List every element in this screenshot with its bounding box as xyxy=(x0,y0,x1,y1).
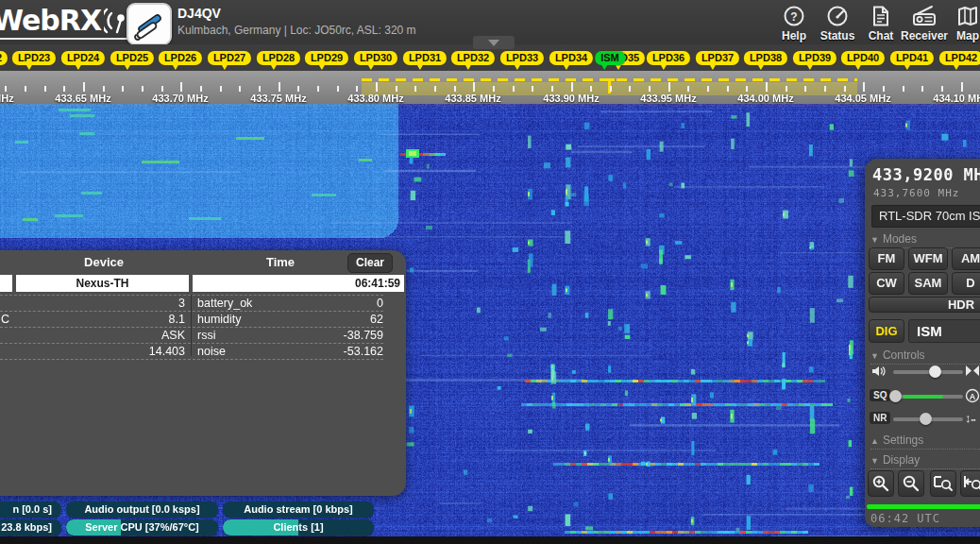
column-divider xyxy=(191,295,192,356)
zoom-full-band-button[interactable] xyxy=(960,470,980,497)
openwebrx-app: WebRX DJ4QV Kulmbach, Germany | Loc: JO5… xyxy=(0,0,980,544)
bookmark-lpd23[interactable]: LPD23 xyxy=(12,51,56,65)
scale-tick xyxy=(44,86,46,92)
scale-tick xyxy=(687,86,689,92)
status-chip-row1-1: Audio output [0.0 ksps] xyxy=(66,502,218,518)
bookmark-lpd39[interactable]: LPD39 xyxy=(793,51,836,65)
bookmark-lpd36[interactable]: LPD36 xyxy=(647,51,690,65)
tuned-frequency-display[interactable]: 433,9200 MHz xyxy=(872,165,980,184)
scale-tick xyxy=(786,86,787,92)
bookmark-label: LPD22 xyxy=(0,52,2,63)
nav-label: Map xyxy=(956,29,979,42)
bookmark-label: LPD27 xyxy=(213,52,245,63)
mute-icon[interactable] xyxy=(965,364,980,382)
volume-slider[interactable] xyxy=(893,370,963,374)
auto-squelch-icon[interactable]: A xyxy=(965,388,980,407)
section-controls[interactable]: ▼Controls xyxy=(870,348,980,365)
bookmark-lpd27[interactable]: LPD27 xyxy=(208,51,251,65)
chevron-down-icon: ▼ xyxy=(870,351,879,361)
nav-help[interactable]: ?Help xyxy=(772,4,816,42)
bookmark-lpd22[interactable]: LPD22 xyxy=(0,51,8,65)
scale-tick xyxy=(824,86,826,92)
bookmark-tail xyxy=(417,65,423,70)
mode-button-am[interactable]: AM xyxy=(952,247,980,270)
zoom-out-button[interactable] xyxy=(898,470,924,497)
scale-tick xyxy=(259,86,261,92)
bookmark-lpd25[interactable]: LPD25 xyxy=(110,51,154,65)
speaker-icon[interactable] xyxy=(870,364,886,382)
status-icon xyxy=(826,4,849,28)
key-name: noise xyxy=(197,344,226,359)
section-display[interactable]: ▼Display xyxy=(870,453,980,469)
mode-button-cw[interactable]: CW xyxy=(869,272,904,295)
bookmark-label: LPD36 xyxy=(652,52,684,63)
scale-frequency-label: 433.85 MHz xyxy=(445,93,500,104)
mode-button-d[interactable]: D xyxy=(952,272,980,295)
bookmark-label: LPD42 xyxy=(945,52,977,63)
bookmark-ism[interactable]: ISM xyxy=(595,51,625,65)
scale-tick xyxy=(532,86,533,92)
mode-button-fm[interactable]: FM xyxy=(869,247,904,270)
clear-button[interactable]: Clear xyxy=(347,253,393,273)
nav-chat[interactable]: Chat xyxy=(859,4,903,42)
digital-mode-select[interactable]: ISM xyxy=(908,319,980,343)
status-chip-row1-2: Audio stream [0 kbps] xyxy=(223,502,374,518)
bookmark-lpd30[interactable]: LPD30 xyxy=(354,51,397,65)
scale-tick xyxy=(766,82,768,92)
scale-tick xyxy=(629,86,631,92)
nav-status[interactable]: Status xyxy=(816,4,859,42)
mode-button-sam[interactable]: SAM xyxy=(908,272,948,295)
receiver-icon xyxy=(912,4,937,28)
status-chip-row2-2: Clients [1] xyxy=(223,519,374,536)
nav-map[interactable]: Map xyxy=(946,4,980,42)
noise-level-icon[interactable]: ↕▪▪ xyxy=(965,411,975,425)
bookmark-lpd29[interactable]: LPD29 xyxy=(305,51,348,65)
nav-receiver[interactable]: Receiver xyxy=(903,4,946,42)
scale-frequency-label: 433.65 MHz xyxy=(55,93,110,104)
bookmark-lpd24[interactable]: LPD24 xyxy=(61,51,105,65)
scale-tick xyxy=(239,86,241,92)
mode-button-wfm[interactable]: WFM xyxy=(908,247,948,270)
bookmark-label: LPD25 xyxy=(116,52,148,63)
bookmark-lpd40[interactable]: LPD40 xyxy=(841,51,885,65)
section-settings[interactable]: ▲Settings xyxy=(870,434,980,450)
left-value: 8.1 xyxy=(0,312,185,327)
scale-tick xyxy=(844,86,846,92)
zoom-fit-selection-button[interactable] xyxy=(930,470,956,497)
bookmark-lpd41[interactable]: LPD41 xyxy=(890,51,934,65)
section-modes[interactable]: ▼Modes xyxy=(870,232,980,248)
frequency-scale[interactable]: 433.60 MHz433.65 MHz433.70 MHz433.75 MHz… xyxy=(0,71,980,104)
zoom-in-button[interactable] xyxy=(868,470,894,497)
svg-text:?: ? xyxy=(790,10,797,24)
bookmark-lpd34[interactable]: LPD34 xyxy=(549,51,593,65)
scale-tick xyxy=(571,82,573,92)
signal-level-bar xyxy=(903,395,942,399)
scale-tick xyxy=(921,86,923,92)
scale-tick xyxy=(513,86,515,92)
scale-tick xyxy=(297,86,299,92)
scale-collapse-button[interactable] xyxy=(473,36,515,49)
webrx-logo[interactable]: WebRX xyxy=(0,4,138,40)
status-chip-row2-0: 23.8 kbps] xyxy=(0,519,61,536)
bookmark-lpd33[interactable]: LPD33 xyxy=(500,51,544,65)
bookmark-lpd32[interactable]: LPD32 xyxy=(451,51,495,65)
bookmark-lpd38[interactable]: LPD38 xyxy=(744,51,787,65)
mode-button-dig[interactable]: DIG xyxy=(869,319,904,343)
noise-reduction-slider[interactable] xyxy=(893,417,963,421)
bookmark-lpd26[interactable]: LPD26 xyxy=(159,51,202,65)
bookmark-lpd42[interactable]: LPD42 xyxy=(939,51,980,65)
bookmark-lpd28[interactable]: LPD28 xyxy=(257,51,300,65)
scale-frequency-label: 433.75 MHz xyxy=(250,93,306,104)
key-value: -38.759 xyxy=(344,328,383,343)
bookmark-lpd31[interactable]: LPD31 xyxy=(403,51,447,65)
squelch-slider[interactable] xyxy=(893,395,963,399)
mode-button-hdr[interactable]: HDR xyxy=(869,297,980,313)
profile-select[interactable]: RTL-SDR 70cm ISM xyxy=(871,205,980,228)
station-logo[interactable] xyxy=(127,3,172,45)
logo-text: WebRX xyxy=(0,4,101,37)
bookmark-lpd37[interactable]: LPD37 xyxy=(696,51,739,65)
key-name: rssi xyxy=(197,328,215,343)
bookmark-label: LPD38 xyxy=(750,52,782,63)
bookmark-label: ISM xyxy=(600,52,619,63)
bookmark-label: LPD41 xyxy=(896,52,928,63)
